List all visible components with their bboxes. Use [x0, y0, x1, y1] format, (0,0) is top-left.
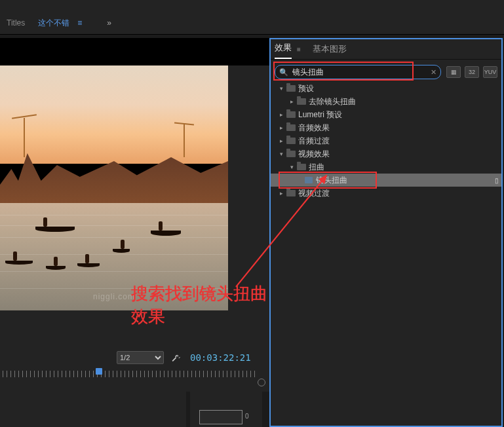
tree-video-fx[interactable]: ▾视频效果 [271, 147, 501, 160]
monitor-header [0, 38, 269, 65]
effects-tree: ▾预设 ▸去除镜头扭曲 ▸Lumetri 预设 ▸音频效果 ▸音频过渡 ▾视频效… [271, 82, 501, 200]
folder-icon [286, 151, 296, 157]
program-monitor: niggli.com 搜索找到镜头扭曲效果 1/2 00:03:22:21 + [0, 38, 270, 392]
accelerated-fx-icon[interactable]: ▦ [446, 66, 461, 78]
clip-label: 0 [245, 413, 249, 420]
tree-presets[interactable]: ▾预设 [271, 82, 501, 95]
folder-icon [286, 190, 296, 196]
tab-overflow-icon[interactable]: » [107, 18, 111, 28]
folder-icon [297, 98, 306, 105]
annotation-text: 搜索找到镜头扭曲效果 [131, 282, 269, 328]
panel-menu-icon[interactable]: ≡ [297, 46, 301, 53]
yuv-fx-icon[interactable]: YUV [483, 66, 497, 78]
workspace-tabstrip: Titles 这个不错 ≡ » [0, 12, 504, 35]
window-title-bar [0, 0, 504, 12]
zoom-select[interactable]: 1/2 [117, 351, 164, 364]
settings-icon[interactable] [172, 352, 181, 363]
timeline-panel-left[interactable] [0, 392, 186, 427]
video-preview[interactable]: niggli.com [0, 65, 228, 310]
effects-panel: 效果 ≡ 基本图形 🔍 ✕ ▦ 32 YUV ▾预设 ▸去除镜头扭曲 ▸Lume… [269, 38, 503, 427]
timeline-area: 0 [0, 392, 271, 427]
32bit-fx-icon[interactable]: 32 [465, 66, 479, 78]
effects-tabs: 效果 ≡ 基本图形 [271, 39, 501, 60]
time-ruler[interactable] [0, 367, 269, 386]
tree-lens-distortion[interactable]: 镜头扭曲▯ [271, 174, 501, 187]
tree-distort[interactable]: ▾扭曲 [271, 160, 501, 174]
tree-video-tr[interactable]: ▸视频过渡 [271, 187, 501, 200]
folder-icon [286, 124, 296, 131]
tab-menu-icon[interactable]: ≡ [77, 18, 82, 28]
timeline-panel-clip[interactable]: 0 [190, 392, 262, 427]
effects-search-box[interactable]: 🔍 ✕ [275, 65, 441, 79]
tree-audio-fx[interactable]: ▸音频效果 [271, 121, 501, 134]
gpu-badge-icon: ▯ [495, 177, 499, 184]
effects-search-input[interactable] [291, 67, 431, 77]
search-icon: 🔍 [279, 68, 288, 77]
timecode-display[interactable]: 00:03:22:21 [190, 352, 251, 363]
tree-lumetri[interactable]: ▸Lumetri 预设 [271, 108, 501, 121]
clear-search-icon[interactable]: ✕ [431, 68, 436, 77]
tree-remove-lens[interactable]: ▸去除镜头扭曲 [271, 95, 501, 108]
folder-icon [286, 138, 296, 144]
playhead[interactable] [96, 368, 102, 375]
tab-active[interactable]: 这个不错 [31, 18, 76, 29]
ruler-end [258, 379, 265, 386]
tab-effects[interactable]: 效果 [275, 42, 292, 59]
folder-icon [286, 85, 296, 92]
tab-essential-graphics[interactable]: 基本图形 [313, 43, 347, 59]
tab-titles[interactable]: Titles [0, 18, 31, 28]
effect-icon [305, 177, 313, 183]
folder-icon [286, 111, 296, 118]
tree-audio-tr[interactable]: ▸音频过渡 [271, 134, 501, 147]
playback-bar: 1/2 00:03:22:21 [0, 348, 269, 367]
folder-icon [297, 164, 306, 170]
